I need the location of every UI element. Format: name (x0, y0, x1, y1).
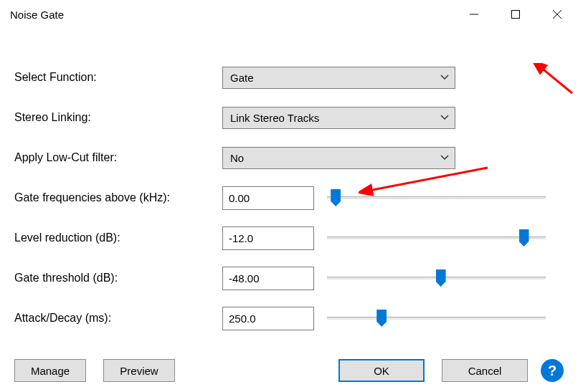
close-icon (552, 9, 562, 19)
preview-button[interactable]: Preview (103, 359, 175, 382)
row-low-cut: Apply Low-Cut filter: No (14, 138, 564, 178)
slider-thumb[interactable] (436, 269, 446, 287)
low-cut-value: No (230, 152, 244, 164)
gate-threshold-slider[interactable] (327, 269, 546, 287)
chevron-down-icon (440, 115, 449, 120)
window-title: Noise Gate (10, 9, 64, 21)
minimize-icon (469, 9, 479, 19)
stereo-linking-dropdown[interactable]: Link Stereo Tracks (222, 107, 455, 129)
gate-freq-input[interactable] (222, 186, 314, 210)
chevron-down-icon (440, 155, 449, 161)
row-gate-freq: Gate frequencies above (kHz): (14, 178, 564, 218)
stereo-linking-label: Stereo Linking: (14, 111, 222, 124)
svg-rect-1 (512, 11, 520, 19)
attack-decay-slider[interactable] (327, 309, 546, 328)
level-reduction-input[interactable] (222, 226, 314, 250)
button-bar: Manage Preview OK Cancel ? (14, 359, 564, 382)
select-function-dropdown[interactable]: Gate (222, 67, 455, 89)
low-cut-label: Apply Low-Cut filter: (14, 151, 222, 164)
dialog-content: Select Function: Gate Stereo Linking: Li… (0, 29, 578, 345)
minimize-button[interactable] (453, 0, 495, 29)
attack-decay-label: Attack/Decay (ms): (14, 312, 222, 325)
gate-freq-slider[interactable] (327, 188, 546, 207)
slider-thumb[interactable] (331, 189, 341, 206)
gate-threshold-label: Gate threshold (dB): (14, 272, 222, 285)
slider-thumb[interactable] (519, 229, 529, 247)
row-level-reduction: Level reduction (dB): (14, 218, 564, 258)
row-gate-threshold: Gate threshold (dB): (14, 258, 564, 298)
gate-threshold-input[interactable] (222, 267, 314, 290)
manage-button[interactable]: Manage (14, 359, 86, 382)
row-select-function: Select Function: Gate (14, 57, 564, 97)
cancel-button[interactable]: Cancel (442, 359, 528, 382)
titlebar: Noise Gate (0, 0, 578, 29)
chevron-down-icon (440, 75, 449, 80)
ok-button[interactable]: OK (338, 359, 425, 382)
slider-track (327, 236, 546, 239)
help-button[interactable]: ? (541, 359, 564, 382)
level-reduction-slider[interactable] (327, 229, 546, 247)
maximize-icon (511, 9, 521, 19)
select-function-label: Select Function: (14, 71, 222, 84)
maximize-button[interactable] (495, 0, 536, 29)
slider-track (327, 317, 546, 320)
close-button[interactable] (536, 0, 578, 29)
select-function-value: Gate (230, 72, 254, 84)
row-stereo-linking: Stereo Linking: Link Stereo Tracks (14, 97, 564, 138)
level-reduction-label: Level reduction (dB): (14, 231, 222, 244)
slider-thumb[interactable] (376, 310, 387, 327)
slider-track (327, 196, 546, 199)
attack-decay-input[interactable] (222, 307, 314, 330)
gate-freq-label: Gate frequencies above (kHz): (14, 191, 222, 204)
row-attack-decay: Attack/Decay (ms): (14, 298, 564, 338)
low-cut-dropdown[interactable]: No (222, 147, 455, 169)
stereo-linking-value: Link Stereo Tracks (230, 112, 319, 124)
window-controls (453, 0, 578, 29)
